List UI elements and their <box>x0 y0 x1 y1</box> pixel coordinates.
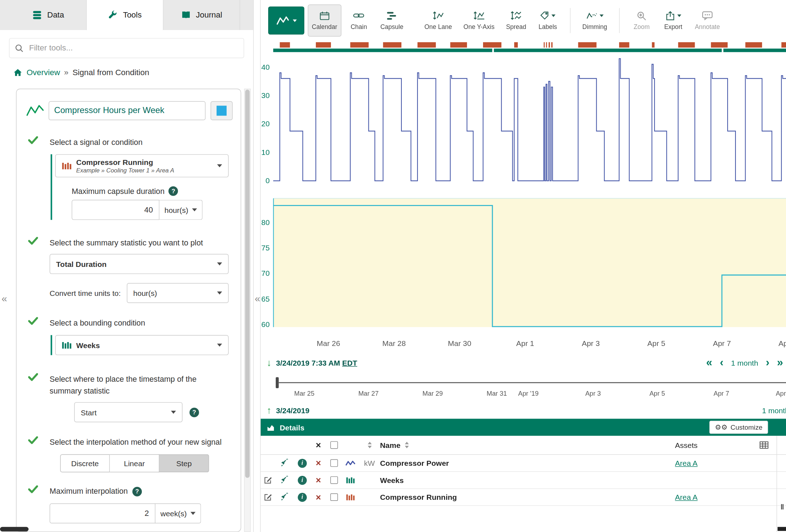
timezone-link[interactable]: EDT <box>342 358 357 367</box>
edit-icon[interactable] <box>264 476 272 484</box>
remove-icon[interactable]: × <box>316 475 321 484</box>
details-panel: Details ⚙⚙ Customize × Name Assets <box>261 419 786 532</box>
tool-name-input[interactable] <box>49 101 206 120</box>
filter-tools-input[interactable] <box>29 44 238 53</box>
toolbar-dimming-button[interactable]: Dimming <box>578 5 611 37</box>
toolbar-zoom-button[interactable]: Zoom <box>628 5 656 37</box>
name-column-header[interactable]: Name <box>380 441 400 449</box>
help-icon[interactable]: ? <box>189 407 199 417</box>
collapse-sidebar-icon[interactable]: « <box>255 293 260 303</box>
interp-discrete-button[interactable]: Discrete <box>60 454 110 472</box>
toolbar-one-y-axis-label: One Y-Axis <box>463 24 495 31</box>
range-start-arrow-icon[interactable]: ↓ <box>267 358 271 367</box>
breadcrumb-overview-link[interactable]: Overview <box>26 68 60 77</box>
capsule-compressor-running <box>450 42 467 48</box>
convert-units-select[interactable]: hour(s) <box>127 283 229 303</box>
max-interpolation-unit-select[interactable]: week(s) <box>155 503 201 523</box>
row-checkbox[interactable] <box>330 493 338 501</box>
toolbar-calendar-button[interactable]: Calendar <box>308 5 341 37</box>
sidebar-scrollbar[interactable] <box>244 89 251 532</box>
max-interpolation-input[interactable] <box>50 503 155 523</box>
collapse-left-panel-icon[interactable]: « <box>1 293 7 303</box>
rocket-icon[interactable] <box>280 476 289 484</box>
max-capsule-unit-select[interactable]: hour(s) <box>159 200 202 220</box>
capsule-time-icon <box>387 11 397 20</box>
max-capsule-unit: hour(s) <box>164 206 188 214</box>
capsule-compressor-running <box>316 42 331 48</box>
trend-sparkline-icon <box>26 104 44 117</box>
panel-divider[interactable]: « <box>253 0 261 532</box>
capsule-compressor-running <box>544 42 545 48</box>
sort-icon[interactable] <box>405 442 409 448</box>
home-icon[interactable] <box>13 68 23 77</box>
rocket-icon[interactable] <box>280 493 289 502</box>
toolbar-labels-button[interactable]: Labels <box>534 5 562 37</box>
range-duration-label[interactable]: 1 month <box>731 358 758 367</box>
signal-icon <box>346 460 356 467</box>
toolbar-export-button[interactable]: Export <box>659 5 687 37</box>
edit-icon[interactable] <box>264 493 272 502</box>
help-icon[interactable]: ? <box>169 186 178 196</box>
help-icon[interactable]: ? <box>132 487 142 496</box>
asset-link[interactable]: Area A <box>675 493 698 502</box>
step-forward-full-icon[interactable]: » <box>777 357 783 368</box>
customize-button[interactable]: ⚙⚙ Customize <box>709 421 768 434</box>
investigate-start-arrow-icon[interactable]: ↑ <box>267 405 271 415</box>
step-forward-half-icon[interactable]: › <box>766 357 769 368</box>
scrollbar-thumb[interactable] <box>245 90 250 478</box>
row-checkbox[interactable] <box>330 459 338 467</box>
sort-icon[interactable] <box>367 442 372 448</box>
toolbar-chain-button[interactable]: Chain <box>345 5 373 37</box>
resize-grip-icon[interactable]: ‖ <box>781 503 785 511</box>
interp-step-button[interactable]: Step <box>159 454 209 472</box>
remove-icon[interactable]: × <box>316 459 321 468</box>
info-icon[interactable]: i <box>298 493 307 502</box>
display-range-row: ↓ 3/24/2019 7:33 AM EDT « ‹ 1 month › » <box>261 355 786 371</box>
chevron-down-icon <box>599 14 603 17</box>
info-icon[interactable]: i <box>298 475 307 484</box>
svg-text:Apr 5: Apr 5 <box>647 339 665 347</box>
svg-text:20: 20 <box>261 120 270 128</box>
timestamp-placement-value: Start <box>81 408 166 416</box>
svg-text:60: 60 <box>261 320 270 328</box>
tab-tools[interactable]: Tools <box>87 0 163 30</box>
rocket-icon[interactable] <box>280 459 289 467</box>
select-all-checkbox[interactable] <box>330 441 338 449</box>
condition-select[interactable]: Compressor Running Example » Cooling Tow… <box>55 154 228 177</box>
timebar[interactable]: Mar 25Mar 27Mar 29Mar 31Apr '19Apr 3Apr … <box>261 373 786 402</box>
details-horizontal-scrollbar[interactable] <box>777 527 786 531</box>
bounding-condition-select[interactable]: Weeks <box>55 335 228 355</box>
trend-view-selector-button[interactable] <box>268 6 304 34</box>
timestamp-placement-select[interactable]: Start <box>74 402 182 422</box>
toolbar-one-y-axis-button[interactable]: One Y-Axis <box>459 5 498 37</box>
condition-name: Compressor Running <box>76 158 213 167</box>
interp-linear-button[interactable]: Linear <box>110 454 160 472</box>
asset-columns-icon[interactable] <box>760 441 768 449</box>
tab-journal[interactable]: Journal <box>163 0 240 30</box>
row-checkbox[interactable] <box>330 476 338 484</box>
max-capsule-duration-input[interactable] <box>72 200 159 220</box>
info-icon[interactable]: i <box>298 459 307 468</box>
timebar-track[interactable] <box>279 382 786 383</box>
toolbar-annotate-button[interactable]: Annotate <box>691 5 724 37</box>
asset-link[interactable]: Area A <box>675 459 698 467</box>
calendar-icon <box>319 11 330 20</box>
convert-units-value: hour(s) <box>133 289 213 297</box>
toolbar-zoom-label: Zoom <box>634 24 650 31</box>
color-swatch-button[interactable] <box>211 101 233 120</box>
tab-data[interactable]: Data <box>10 0 87 30</box>
toolbar-spread-button[interactable]: Spread <box>502 5 530 37</box>
sidebar-horizontal-scrollbar[interactable] <box>0 527 29 532</box>
summary-statistic-select[interactable]: Total Duration <box>50 254 229 274</box>
display-range-start[interactable]: 3/24/2019 7:33 AM EDT <box>276 358 357 367</box>
toolbar-capsule-button[interactable]: Capsule <box>376 5 408 37</box>
remove-icon[interactable]: × <box>316 493 321 502</box>
timebar-handle[interactable] <box>276 377 279 388</box>
remove-all-icon[interactable]: × <box>316 440 321 449</box>
step-back-half-icon[interactable]: ‹ <box>720 357 723 368</box>
investigate-range-start[interactable]: 3/24/2019 <box>276 406 309 415</box>
signal-condition-label: Select a signal or condition <box>50 136 229 148</box>
toolbar-one-lane-button[interactable]: One Lane <box>420 5 456 37</box>
step-back-full-icon[interactable]: « <box>706 357 712 368</box>
trend-chart[interactable]: 0102030406065707580Mar 26Mar 28Mar 30Apr… <box>261 42 786 354</box>
